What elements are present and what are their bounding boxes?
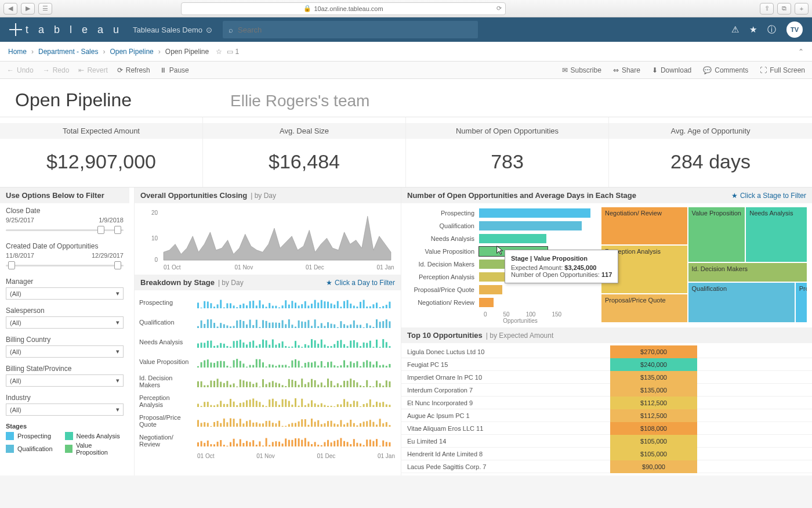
- collapse-icon[interactable]: ⌃: [798, 48, 804, 56]
- breakdown-row[interactable]: Id. Decision Makers: [139, 372, 396, 391]
- top10-row[interactable]: Ligula Donec Luctus Ltd 10$270,000: [401, 345, 812, 358]
- treemap-cell[interactable]: Prospecting: [795, 282, 807, 323]
- browser-tabs-button[interactable]: ⧉: [777, 3, 791, 15]
- legend-item[interactable]: Qualification: [6, 442, 65, 456]
- star-outline-icon[interactable]: ☆: [216, 48, 222, 56]
- svg-rect-194: [217, 361, 219, 368]
- svg-rect-469: [331, 442, 332, 446]
- browser-back-button[interactable]: ◀: [3, 3, 17, 15]
- top10-row[interactable]: Lacus Pede Sagittis Corp. 7$90,000: [401, 460, 812, 473]
- svg-rect-428: [197, 442, 199, 446]
- pause-button[interactable]: ⏸Pause: [160, 66, 189, 74]
- stage-bar[interactable]: Needs Analysis: [404, 232, 596, 245]
- created-date-slider[interactable]: [6, 260, 124, 271]
- svg-rect-431: [207, 441, 209, 446]
- browser-sidebar-button[interactable]: ☰: [38, 3, 52, 15]
- breadcrumb-workbook[interactable]: Open Pipeline: [110, 48, 153, 56]
- salesperson-select[interactable]: (All)▾: [6, 316, 124, 329]
- app-header: t a b l e a u Tableau Sales Demo ⊙ ⌕ ⚠ ★…: [0, 17, 812, 42]
- svg-rect-236: [353, 363, 355, 368]
- revert-icon: ⇤: [78, 66, 84, 74]
- svg-rect-92: [275, 323, 277, 328]
- subscribe-button[interactable]: ✉Subscribe: [562, 66, 601, 74]
- browser-newtab-button[interactable]: +: [795, 3, 809, 15]
- stage-bar[interactable]: Qualification: [404, 219, 596, 232]
- treemap-cell[interactable]: Value Proposition: [688, 207, 746, 262]
- breakdown-row[interactable]: Needs Analysis: [139, 332, 396, 352]
- breakdown-row[interactable]: Perception Analysis: [139, 391, 396, 411]
- breakdown-chart[interactable]: ProspectingQualificationNeeds AnalysisVa…: [135, 290, 401, 453]
- top10-row[interactable]: Hendrerit Id Ante Limited 8$105,000: [401, 448, 812, 460]
- user-avatar[interactable]: TV: [786, 21, 803, 38]
- browser-url-bar[interactable]: 🔒 10az.online.tableau.com ⟳: [181, 2, 506, 15]
- favorites-icon[interactable]: ★: [749, 24, 757, 35]
- breakdown-row[interactable]: Value Proposition: [139, 352, 396, 372]
- treemap-cell[interactable]: Id. Decision Makers: [688, 262, 807, 282]
- breadcrumb-home[interactable]: Home: [8, 48, 27, 56]
- svg-rect-52: [340, 307, 342, 308]
- svg-rect-202: [242, 363, 244, 368]
- workbook-selector[interactable]: Tableau Sales Demo ⊙: [133, 26, 212, 34]
- treemap-cell[interactable]: Proposal/Price Quote: [601, 294, 688, 323]
- close-date-slider[interactable]: [6, 225, 124, 235]
- breadcrumb-department[interactable]: Department - Sales: [38, 48, 98, 56]
- svg-rect-67: [389, 302, 390, 308]
- svg-rect-284: [314, 380, 316, 387]
- breakdown-row[interactable]: Negotiation/ Review: [139, 431, 396, 451]
- industry-select[interactable]: (All)▾: [6, 403, 124, 416]
- top10-row[interactable]: Interdum Corporation 7$135,000: [401, 384, 812, 397]
- legend-item[interactable]: Prospecting: [6, 432, 65, 440]
- views-icon[interactable]: ▭ 1: [227, 48, 239, 56]
- tableau-logo[interactable]: t a b l e a u: [9, 23, 122, 36]
- breakdown-row[interactable]: Proposal/Price Quote: [139, 411, 396, 431]
- billing-country-select[interactable]: (All)▾: [6, 345, 124, 358]
- breakdown-row[interactable]: Qualification: [139, 312, 396, 332]
- treemap-cell[interactable]: Qualification: [688, 282, 795, 323]
- top10-row[interactable]: Augue Ac Ipsum PC 1$112,500: [401, 409, 812, 422]
- alert-icon[interactable]: ⚠: [731, 24, 739, 35]
- treemap-cell[interactable]: Needs Analysis: [745, 207, 807, 262]
- breakdown-row[interactable]: Prospecting: [139, 293, 396, 312]
- comments-button[interactable]: 💬Comments: [703, 66, 748, 74]
- svg-rect-295: [350, 379, 351, 387]
- billing-state-select[interactable]: (All)▾: [6, 374, 124, 387]
- svg-rect-22: [242, 304, 244, 308]
- treemap-cell[interactable]: Negotiation/ Review: [601, 207, 688, 245]
- svg-rect-184: [379, 347, 381, 348]
- fullscreen-button[interactable]: ⛶Full Screen: [760, 66, 805, 74]
- refresh-button[interactable]: ⟳Refresh: [117, 66, 150, 74]
- revert-button[interactable]: ⇤Revert: [78, 66, 107, 74]
- search-box[interactable]: ⌕: [223, 21, 478, 38]
- svg-rect-147: [259, 344, 260, 348]
- legend-item[interactable]: Needs Analysis: [65, 432, 124, 440]
- svg-rect-337: [291, 405, 293, 407]
- stage-treemap[interactable]: Negotiation/ ReviewValue PropositionNeed…: [601, 207, 807, 323]
- redo-button[interactable]: →Redo: [43, 66, 70, 74]
- share-button[interactable]: ⇔Share: [613, 66, 640, 74]
- top10-row[interactable]: Feugiat PC 15$240,000: [401, 358, 812, 371]
- svg-rect-258: [230, 385, 231, 387]
- browser-forward-button[interactable]: ▶: [21, 3, 35, 15]
- legend-item[interactable]: Value Proposition: [65, 442, 124, 456]
- top10-row[interactable]: Et Nunc Incorporated 9$112,500: [401, 397, 812, 409]
- svg-rect-234: [347, 365, 349, 368]
- search-input[interactable]: [238, 26, 472, 34]
- svg-rect-369: [201, 423, 202, 427]
- browser-share-button[interactable]: ⇪: [760, 3, 774, 15]
- stage-bar[interactable]: Prospecting: [404, 207, 596, 219]
- svg-rect-213: [278, 365, 280, 368]
- overall-chart[interactable]: 20 10 0 01 Oct01 Nov01 Dec01 Jan: [135, 203, 401, 275]
- top10-table[interactable]: Ligula Donec Luctus Ltd 10$270,000Feugia…: [401, 343, 812, 475]
- top10-row[interactable]: Vitae Aliquam Eros LLC 11$108,000: [401, 422, 812, 435]
- info-icon[interactable]: ⓘ: [767, 24, 776, 35]
- top10-row[interactable]: Eu Limited 14$105,000: [401, 435, 812, 448]
- stage-bar[interactable]: Negotiation/ Review: [404, 296, 596, 309]
- svg-rect-334: [282, 399, 284, 407]
- svg-rect-332: [275, 401, 277, 407]
- download-button[interactable]: ⬇Download: [652, 66, 691, 74]
- undo-button[interactable]: ←Undo: [7, 66, 34, 74]
- top10-row[interactable]: Imperdiet Ornare In PC 10$135,000: [401, 371, 812, 384]
- reload-icon[interactable]: ⟳: [496, 5, 502, 12]
- stage-bar[interactable]: Proposal/Price Quote: [404, 283, 596, 296]
- manager-select[interactable]: (All)▾: [6, 287, 124, 300]
